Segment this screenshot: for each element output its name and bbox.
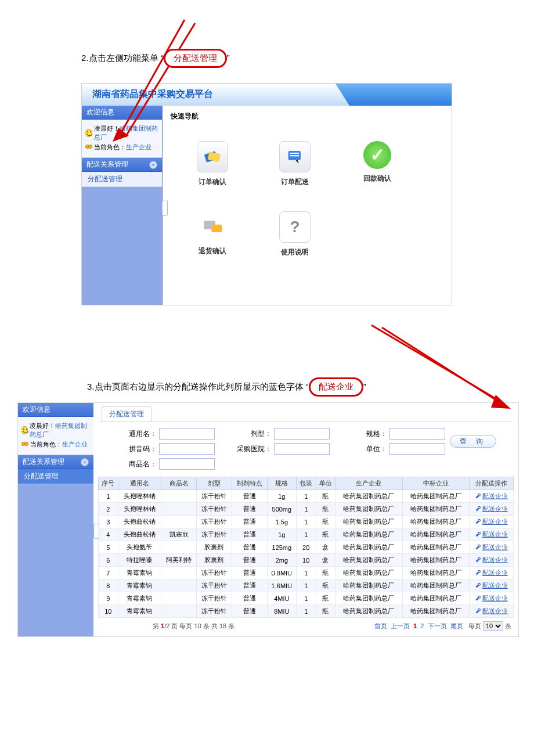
- spec-input[interactable]: [389, 428, 445, 440]
- collapse-icon[interactable]: «: [81, 458, 89, 466]
- distribute-link[interactable]: 配送企业: [482, 505, 508, 512]
- filter-hospital: 采购医院：: [219, 443, 330, 455]
- col-header: 中标企业: [402, 477, 470, 490]
- order-confirm-icon: [197, 141, 228, 172]
- svg-rect-6: [211, 225, 222, 232]
- sidebar-item-distribution-2[interactable]: 分配送管理: [18, 469, 93, 484]
- table-row: 5头孢氨苄胶囊剂普通125mg20盒哈药集团制药总厂哈药集团制药总厂配送企业: [99, 541, 514, 554]
- filter-bar: 通用名： 剂型： 规格： 查 询 拼音码： 采购医院： 单位： 商品名：: [100, 422, 511, 473]
- page-1: 1: [413, 622, 417, 629]
- quick-return-confirm[interactable]: 退货确认: [192, 211, 233, 257]
- svg-rect-3: [290, 153, 300, 154]
- wrench-icon: [475, 506, 481, 512]
- order-delivery-icon: [279, 141, 311, 172]
- distribute-link[interactable]: 配送企业: [482, 582, 508, 589]
- wrench-icon: [475, 557, 481, 563]
- table-row: 7青霉素钠冻干粉针普通0.8MIU1瓶哈药集团制药总厂哈药集团制药总厂配送企业: [99, 567, 514, 579]
- filter-pinyin: 拼音码：: [104, 443, 215, 455]
- page-2[interactable]: 2: [420, 622, 424, 629]
- splitter-handle-2[interactable]: [93, 524, 99, 539]
- table-row: 1头孢唑林钠冻干粉针普通1g1瓶哈药集团制药总厂哈药集团制药总厂配送企业: [99, 490, 514, 503]
- distribute-link[interactable]: 配送企业: [482, 556, 508, 563]
- collapse-icon[interactable]: «: [149, 161, 157, 169]
- distribute-link[interactable]: 配送企业: [482, 531, 508, 538]
- menu-group-header[interactable]: 配送关系管理 «: [82, 158, 162, 172]
- content-tab: 分配送管理: [102, 406, 518, 422]
- page-next[interactable]: 下一页: [428, 622, 447, 629]
- col-header: 通用名: [118, 477, 161, 490]
- page-prev[interactable]: 上一页: [391, 622, 410, 629]
- sidebar-2: 欢迎信息 凌晨好！哈药集团制药总厂 当前角色：生产企业 配送关系管理 « 分配送…: [18, 403, 93, 636]
- menu-group-header-2[interactable]: 配送关系管理 «: [18, 455, 93, 469]
- wrench-icon: [475, 582, 481, 588]
- brand-input[interactable]: [159, 458, 215, 470]
- step3-callout: 配送企业: [309, 377, 363, 397]
- page-summary: 第 1/2 页 每页 10 条 共 18 条: [153, 622, 234, 631]
- tab-distribution[interactable]: 分配送管理: [102, 406, 151, 422]
- splitter-handle[interactable]: [162, 200, 168, 216]
- quick-help[interactable]: ? 使用说明: [274, 211, 316, 257]
- welcome-panel: 凌晨好！哈药集团制药总厂 当前角色：生产企业: [82, 120, 162, 158]
- distribute-link[interactable]: 配送企业: [482, 569, 508, 576]
- filter-brand: 商品名：: [104, 458, 215, 470]
- filter-unit: 单位：: [334, 443, 445, 455]
- table-row: 9青霉素钠冻干粉针普通4MIU1瓶哈药集团制药总厂哈药集团制药总厂配送企业: [99, 592, 514, 605]
- generic-name-input[interactable]: [159, 428, 215, 440]
- help-icon: ?: [279, 211, 311, 243]
- quick-order-confirm[interactable]: 订单确认: [192, 141, 233, 187]
- distribute-link[interactable]: 配送企业: [482, 492, 508, 499]
- distribute-link[interactable]: 配送企业: [482, 518, 508, 525]
- table-row: 4头孢曲松钠凯塞欣冻干粉针普通1g1瓶哈药集团制药总厂哈药集团制药总厂配送企业: [99, 528, 514, 541]
- step3-instruction: 3.点击页面右边显示的分配送操作此列所显示的蓝色字体 “配送企业”: [87, 377, 534, 397]
- distribute-link[interactable]: 配送企业: [482, 607, 508, 614]
- query-button[interactable]: 查 询: [450, 435, 496, 448]
- unit-input[interactable]: [389, 443, 445, 455]
- filter-form: 剂型：: [219, 428, 330, 440]
- quick-nav-title: 快速导航: [171, 111, 452, 121]
- step2-callout: 分配送管理: [164, 49, 227, 68]
- col-header: 分配送操作: [470, 477, 514, 490]
- quick-order-delivery[interactable]: 订单配送: [274, 141, 316, 187]
- wrench-icon: [475, 544, 481, 550]
- col-header: 规格: [267, 477, 296, 490]
- distribute-link[interactable]: 配送企业: [482, 595, 508, 602]
- col-header: 商品名: [161, 477, 197, 490]
- wrench-icon: [475, 595, 481, 601]
- table-row: 2头孢唑林钠冻干粉针普通500mg1瓶哈药集团制药总厂哈药集团制药总厂配送企业: [99, 503, 514, 516]
- hospital-input[interactable]: [274, 443, 330, 455]
- table-row: 8青霉素钠冻干粉针普通1.6MIU1瓶哈药集团制药总厂哈药集团制药总厂配送企业: [99, 579, 514, 592]
- table-row: 3头孢曲松钠冻干粉针普通1.5g1瓶哈药集团制药总厂哈药集团制药总厂配送企业: [99, 516, 514, 528]
- filter-spec: 规格：: [334, 428, 445, 440]
- step2-instruction: 2.点击左侧功能菜单 “分配送管理”: [81, 49, 534, 68]
- col-header: 序号: [99, 477, 118, 490]
- page-size-select[interactable]: 10: [483, 621, 503, 631]
- main-area-2: 分配送管理 通用名： 剂型： 规格： 查 询 拼音码： 采购医院： 单位： 商品…: [93, 403, 518, 636]
- welcome-header-2: 欢迎信息: [18, 403, 93, 417]
- wrench-icon: [475, 493, 481, 499]
- svg-rect-4: [290, 155, 300, 156]
- col-header: 包装: [296, 477, 316, 490]
- screenshot-1: 湖南省药品集中采购交易平台 欢迎信息 凌晨好！哈药集团制药总厂 当前角色：生产企…: [81, 83, 452, 305]
- pagination: 第 1/2 页 每页 10 条 共 18 条 首页 上一页 1 2 下一页 尾页…: [93, 618, 518, 636]
- sidebar-item-distribution[interactable]: 分配送管理: [82, 172, 162, 187]
- distribute-link[interactable]: 配送企业: [482, 543, 508, 550]
- filter-generic-name: 通用名：: [104, 428, 215, 440]
- wrench-icon: [475, 608, 481, 614]
- quick-payment-confirm[interactable]: ✓ 回款确认: [356, 141, 398, 187]
- col-header: 剂型: [196, 477, 232, 490]
- main-area: 快速导航 订单确认 订单配送 ✓: [163, 106, 452, 305]
- app-banner: 湖南省药品集中采购交易平台: [82, 84, 452, 106]
- table-row: 6特拉唑嗪阿美利特胶囊剂普通2mg10盒哈药集团制药总厂哈药集团制药总厂配送企业: [99, 554, 514, 567]
- role-text: 当前角色：生产企业: [94, 143, 151, 152]
- col-header: 生产企业: [335, 477, 403, 490]
- smile-icon: [85, 129, 92, 137]
- data-table: 序号通用名商品名剂型制剂特点规格包装单位生产企业中标企业分配送操作 1头孢唑林钠…: [98, 477, 514, 618]
- page-first[interactable]: 首页: [374, 622, 387, 629]
- smile-icon: [21, 426, 28, 434]
- page-last[interactable]: 尾页: [450, 622, 463, 629]
- table-row: 10青霉素钠冻干粉针普通8MIU1瓶哈药集团制药总厂哈药集团制药总厂配送企业: [99, 605, 514, 618]
- sidebar: 欢迎信息 凌晨好！哈药集团制药总厂 当前角色：生产企业 配送关系管理 « 分配送…: [82, 106, 163, 305]
- people-icon: [21, 442, 28, 448]
- form-input[interactable]: [274, 428, 330, 440]
- pinyin-input[interactable]: [159, 443, 215, 455]
